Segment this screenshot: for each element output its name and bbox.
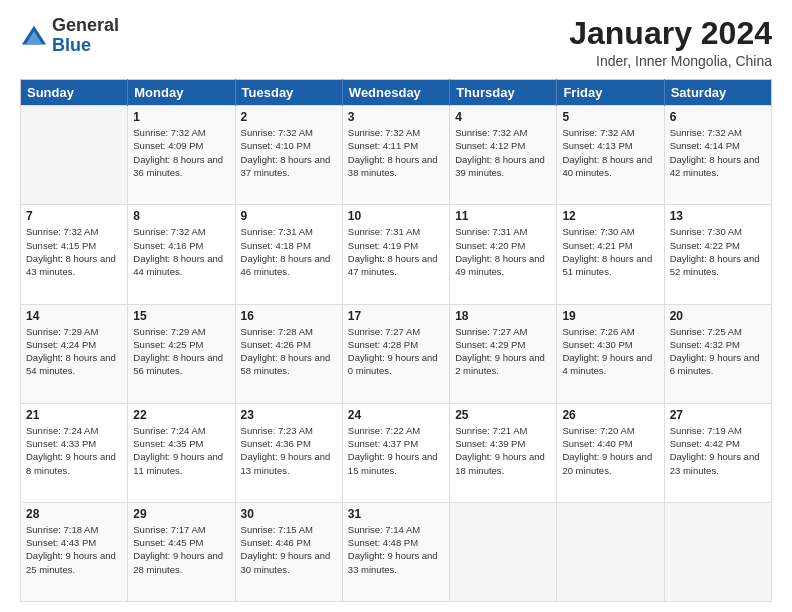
day-number: 11 <box>455 209 551 223</box>
calendar-cell: 25Sunrise: 7:21 AMSunset: 4:39 PMDayligh… <box>450 403 557 502</box>
calendar-cell <box>21 106 128 205</box>
day-info: Sunrise: 7:17 AMSunset: 4:45 PMDaylight:… <box>133 523 229 576</box>
day-number: 15 <box>133 309 229 323</box>
calendar-cell: 29Sunrise: 7:17 AMSunset: 4:45 PMDayligh… <box>128 502 235 601</box>
weekday-header-sunday: Sunday <box>21 80 128 106</box>
day-number: 28 <box>26 507 122 521</box>
day-number: 17 <box>348 309 444 323</box>
calendar-cell: 13Sunrise: 7:30 AMSunset: 4:22 PMDayligh… <box>664 205 771 304</box>
calendar-cell <box>664 502 771 601</box>
day-number: 19 <box>562 309 658 323</box>
calendar-cell: 7Sunrise: 7:32 AMSunset: 4:15 PMDaylight… <box>21 205 128 304</box>
day-number: 27 <box>670 408 766 422</box>
week-row-3: 14Sunrise: 7:29 AMSunset: 4:24 PMDayligh… <box>21 304 772 403</box>
day-number: 26 <box>562 408 658 422</box>
weekday-header-monday: Monday <box>128 80 235 106</box>
calendar-cell: 2Sunrise: 7:32 AMSunset: 4:10 PMDaylight… <box>235 106 342 205</box>
day-info: Sunrise: 7:26 AMSunset: 4:30 PMDaylight:… <box>562 325 658 378</box>
day-info: Sunrise: 7:27 AMSunset: 4:28 PMDaylight:… <box>348 325 444 378</box>
logo-text: General Blue <box>52 16 119 56</box>
day-number: 13 <box>670 209 766 223</box>
day-number: 31 <box>348 507 444 521</box>
calendar-table: SundayMondayTuesdayWednesdayThursdayFrid… <box>20 79 772 602</box>
day-number: 18 <box>455 309 551 323</box>
logo: General Blue <box>20 16 119 56</box>
day-info: Sunrise: 7:30 AMSunset: 4:22 PMDaylight:… <box>670 225 766 278</box>
calendar-cell: 1Sunrise: 7:32 AMSunset: 4:09 PMDaylight… <box>128 106 235 205</box>
day-info: Sunrise: 7:23 AMSunset: 4:36 PMDaylight:… <box>241 424 337 477</box>
day-number: 8 <box>133 209 229 223</box>
calendar-cell: 4Sunrise: 7:32 AMSunset: 4:12 PMDaylight… <box>450 106 557 205</box>
weekday-header-tuesday: Tuesday <box>235 80 342 106</box>
day-info: Sunrise: 7:31 AMSunset: 4:20 PMDaylight:… <box>455 225 551 278</box>
day-info: Sunrise: 7:22 AMSunset: 4:37 PMDaylight:… <box>348 424 444 477</box>
day-number: 6 <box>670 110 766 124</box>
calendar-cell: 5Sunrise: 7:32 AMSunset: 4:13 PMDaylight… <box>557 106 664 205</box>
day-info: Sunrise: 7:32 AMSunset: 4:15 PMDaylight:… <box>26 225 122 278</box>
day-info: Sunrise: 7:32 AMSunset: 4:10 PMDaylight:… <box>241 126 337 179</box>
day-number: 21 <box>26 408 122 422</box>
day-number: 10 <box>348 209 444 223</box>
calendar-cell: 19Sunrise: 7:26 AMSunset: 4:30 PMDayligh… <box>557 304 664 403</box>
calendar-subtitle: Inder, Inner Mongolia, China <box>569 53 772 69</box>
calendar-cell: 26Sunrise: 7:20 AMSunset: 4:40 PMDayligh… <box>557 403 664 502</box>
day-number: 3 <box>348 110 444 124</box>
calendar-cell <box>557 502 664 601</box>
day-info: Sunrise: 7:24 AMSunset: 4:33 PMDaylight:… <box>26 424 122 477</box>
calendar-cell: 6Sunrise: 7:32 AMSunset: 4:14 PMDaylight… <box>664 106 771 205</box>
day-info: Sunrise: 7:25 AMSunset: 4:32 PMDaylight:… <box>670 325 766 378</box>
day-number: 22 <box>133 408 229 422</box>
calendar-cell: 3Sunrise: 7:32 AMSunset: 4:11 PMDaylight… <box>342 106 449 205</box>
calendar-cell: 11Sunrise: 7:31 AMSunset: 4:20 PMDayligh… <box>450 205 557 304</box>
calendar-cell: 30Sunrise: 7:15 AMSunset: 4:46 PMDayligh… <box>235 502 342 601</box>
day-info: Sunrise: 7:20 AMSunset: 4:40 PMDaylight:… <box>562 424 658 477</box>
day-info: Sunrise: 7:15 AMSunset: 4:46 PMDaylight:… <box>241 523 337 576</box>
calendar-cell: 18Sunrise: 7:27 AMSunset: 4:29 PMDayligh… <box>450 304 557 403</box>
weekday-header-saturday: Saturday <box>664 80 771 106</box>
page: General Blue January 2024 Inder, Inner M… <box>0 0 792 612</box>
day-number: 7 <box>26 209 122 223</box>
calendar-cell: 27Sunrise: 7:19 AMSunset: 4:42 PMDayligh… <box>664 403 771 502</box>
day-info: Sunrise: 7:32 AMSunset: 4:13 PMDaylight:… <box>562 126 658 179</box>
day-number: 30 <box>241 507 337 521</box>
weekday-header-wednesday: Wednesday <box>342 80 449 106</box>
logo-icon <box>20 22 48 50</box>
calendar-cell: 28Sunrise: 7:18 AMSunset: 4:43 PMDayligh… <box>21 502 128 601</box>
calendar-cell: 9Sunrise: 7:31 AMSunset: 4:18 PMDaylight… <box>235 205 342 304</box>
day-number: 23 <box>241 408 337 422</box>
weekday-header-thursday: Thursday <box>450 80 557 106</box>
day-number: 1 <box>133 110 229 124</box>
weekday-header-row: SundayMondayTuesdayWednesdayThursdayFrid… <box>21 80 772 106</box>
day-info: Sunrise: 7:28 AMSunset: 4:26 PMDaylight:… <box>241 325 337 378</box>
day-number: 16 <box>241 309 337 323</box>
day-info: Sunrise: 7:32 AMSunset: 4:09 PMDaylight:… <box>133 126 229 179</box>
day-info: Sunrise: 7:31 AMSunset: 4:19 PMDaylight:… <box>348 225 444 278</box>
calendar-cell: 14Sunrise: 7:29 AMSunset: 4:24 PMDayligh… <box>21 304 128 403</box>
day-info: Sunrise: 7:29 AMSunset: 4:24 PMDaylight:… <box>26 325 122 378</box>
day-number: 29 <box>133 507 229 521</box>
day-number: 9 <box>241 209 337 223</box>
day-info: Sunrise: 7:30 AMSunset: 4:21 PMDaylight:… <box>562 225 658 278</box>
day-number: 2 <box>241 110 337 124</box>
calendar-cell: 10Sunrise: 7:31 AMSunset: 4:19 PMDayligh… <box>342 205 449 304</box>
week-row-5: 28Sunrise: 7:18 AMSunset: 4:43 PMDayligh… <box>21 502 772 601</box>
day-number: 14 <box>26 309 122 323</box>
calendar-cell: 12Sunrise: 7:30 AMSunset: 4:21 PMDayligh… <box>557 205 664 304</box>
day-number: 12 <box>562 209 658 223</box>
calendar-cell: 21Sunrise: 7:24 AMSunset: 4:33 PMDayligh… <box>21 403 128 502</box>
header: General Blue January 2024 Inder, Inner M… <box>20 16 772 69</box>
weekday-header-friday: Friday <box>557 80 664 106</box>
week-row-4: 21Sunrise: 7:24 AMSunset: 4:33 PMDayligh… <box>21 403 772 502</box>
calendar-title: January 2024 <box>569 16 772 51</box>
day-info: Sunrise: 7:32 AMSunset: 4:16 PMDaylight:… <box>133 225 229 278</box>
calendar-cell <box>450 502 557 601</box>
day-number: 25 <box>455 408 551 422</box>
day-info: Sunrise: 7:29 AMSunset: 4:25 PMDaylight:… <box>133 325 229 378</box>
day-info: Sunrise: 7:32 AMSunset: 4:14 PMDaylight:… <box>670 126 766 179</box>
calendar-cell: 17Sunrise: 7:27 AMSunset: 4:28 PMDayligh… <box>342 304 449 403</box>
day-info: Sunrise: 7:32 AMSunset: 4:11 PMDaylight:… <box>348 126 444 179</box>
calendar-cell: 15Sunrise: 7:29 AMSunset: 4:25 PMDayligh… <box>128 304 235 403</box>
calendar-cell: 16Sunrise: 7:28 AMSunset: 4:26 PMDayligh… <box>235 304 342 403</box>
day-info: Sunrise: 7:14 AMSunset: 4:48 PMDaylight:… <box>348 523 444 576</box>
week-row-1: 1Sunrise: 7:32 AMSunset: 4:09 PMDaylight… <box>21 106 772 205</box>
